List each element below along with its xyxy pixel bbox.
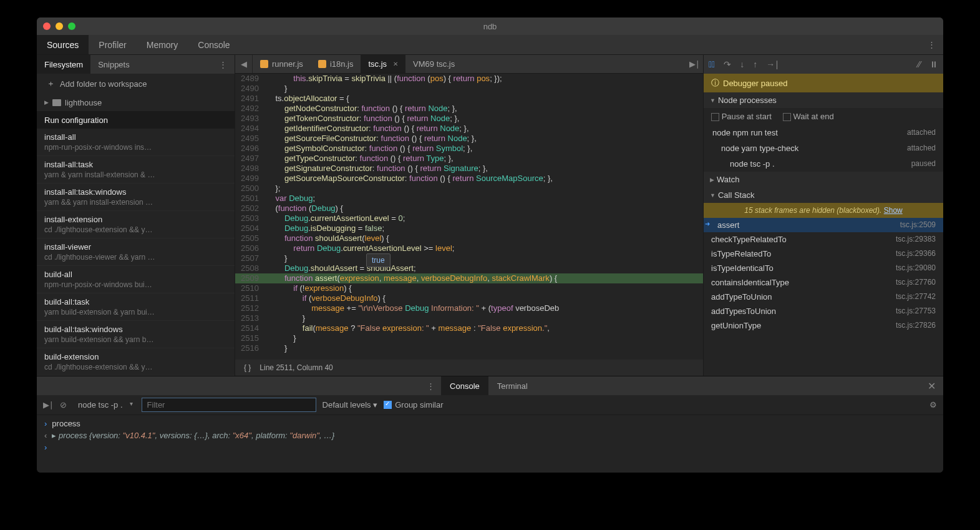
wait-at-end-checkbox[interactable]: Wait at end bbox=[783, 112, 834, 121]
log-levels-selector[interactable]: Default levels ▾ bbox=[323, 400, 378, 410]
tab-console[interactable]: Console bbox=[188, 35, 240, 54]
process-item[interactable]: node tsc -p .paused bbox=[704, 156, 943, 172]
step-into-button[interactable]: ↓ bbox=[740, 59, 744, 69]
tab-profiler[interactable]: Profiler bbox=[89, 35, 136, 54]
subtab-filesystem[interactable]: Filesystem bbox=[37, 55, 90, 74]
stack-frame[interactable]: addTypeToUniontsc.js:27742 bbox=[704, 290, 943, 304]
deactivate-breakpoints-button[interactable]: ⁄⁄ bbox=[918, 59, 921, 69]
stack-frame[interactable]: containsIdenticalTypetsc.js:27760 bbox=[704, 275, 943, 290]
show-sidebar-icon[interactable]: ▶∣ bbox=[43, 400, 54, 410]
file-tab-vm69[interactable]: VM69 tsc.js bbox=[405, 55, 462, 73]
code-line[interactable]: 2499 getSourceMapSourceConstructor: func… bbox=[235, 174, 703, 184]
run-item[interactable]: build-allnpm-run-posix-or-windows bui… bbox=[37, 266, 235, 293]
format-icon[interactable]: { } bbox=[244, 363, 251, 372]
drawer-tab-terminal[interactable]: Terminal bbox=[488, 376, 536, 395]
code-line[interactable]: 2504 Debug.isDebugging = false; bbox=[235, 223, 703, 233]
code-line[interactable]: 2508 Debug.shouldAssert = shouldAssert; bbox=[235, 263, 703, 273]
show-hidden-frames-link[interactable]: Show bbox=[884, 206, 903, 215]
close-tab-icon[interactable]: ✕ bbox=[393, 61, 398, 67]
drawer-tab-console[interactable]: Console bbox=[441, 376, 488, 395]
run-item[interactable]: install-extensioncd ./lighthouse-extensi… bbox=[37, 211, 235, 238]
code-line[interactable]: 2490 } bbox=[235, 84, 703, 94]
code-line[interactable]: 2514 fail(message ? "False expression: "… bbox=[235, 323, 703, 333]
step-button[interactable]: →∣ bbox=[766, 59, 779, 69]
code-line[interactable]: 2511 if (verboseDebugInfo) { bbox=[235, 293, 703, 303]
close-window-button[interactable] bbox=[43, 22, 51, 30]
nav-back-icon[interactable]: ◀ bbox=[235, 55, 253, 73]
pane-call-stack[interactable]: ▼Call Stack bbox=[704, 187, 943, 203]
code-line[interactable]: 2503 Debug.currentAssertionLevel = 0; bbox=[235, 213, 703, 223]
process-item[interactable]: node npm run testattached bbox=[704, 125, 943, 140]
code-line[interactable]: 2512 message += "\r\nVerbose Debug Infor… bbox=[235, 303, 703, 313]
left-more-icon[interactable]: ⋮ bbox=[211, 55, 235, 74]
code-line[interactable]: 2495 getSourceFileConstructor: function … bbox=[235, 134, 703, 144]
group-similar-checkbox[interactable]: Group similar bbox=[384, 400, 443, 410]
show-navigator-icon[interactable]: ▶∣ bbox=[686, 55, 703, 73]
code-line[interactable]: 2516 } bbox=[235, 343, 703, 353]
code-line[interactable]: 2500 }; bbox=[235, 184, 703, 194]
code-line[interactable]: 2498 getSignatureConstructor: function (… bbox=[235, 164, 703, 174]
code-line[interactable]: 2510 if (!expression) { bbox=[235, 283, 703, 293]
file-tab-tsc[interactable]: tsc.js✕ bbox=[361, 55, 405, 73]
run-item[interactable]: install-viewercd ./lighthouse-viewer && … bbox=[37, 238, 235, 266]
tab-memory[interactable]: Memory bbox=[137, 35, 188, 54]
close-drawer-icon[interactable]: ✕ bbox=[920, 376, 943, 395]
code-line[interactable]: 2505 function shouldAssert(level) { bbox=[235, 233, 703, 243]
tab-sources[interactable]: Sources bbox=[37, 35, 89, 54]
context-selector[interactable]: node tsc -p . bbox=[73, 399, 135, 411]
pane-watch[interactable]: ▶Watch bbox=[704, 172, 943, 187]
code-line[interactable]: 2506 return Debug.currentAssertionLevel … bbox=[235, 243, 703, 253]
code-editor[interactable]: 2489 this.skipTrivia = skipTrivia || (fu… bbox=[235, 74, 703, 360]
console-line: ›process bbox=[37, 418, 943, 429]
code-line[interactable]: 2496 getSymbolConstructor: function () {… bbox=[235, 144, 703, 154]
code-line[interactable]: 2497 getTypeConstructor: function () { r… bbox=[235, 154, 703, 164]
run-item[interactable]: build-all:taskyarn build-extension & yar… bbox=[37, 293, 235, 321]
code-line[interactable]: 2494 getIdentifierConstructor: function … bbox=[235, 124, 703, 134]
stack-frame[interactable]: isTypeRelatedTotsc.js:29366 bbox=[704, 247, 943, 261]
add-folder-button[interactable]: ＋ Add folder to workspace bbox=[37, 74, 235, 94]
maximize-window-button[interactable] bbox=[68, 22, 75, 30]
resume-button[interactable]: ▶⃓ bbox=[709, 59, 715, 69]
file-tab-i18n[interactable]: i18n.js bbox=[311, 55, 361, 73]
minimize-window-button[interactable] bbox=[56, 22, 63, 30]
process-item[interactable]: node yarn type-checkattached bbox=[704, 140, 943, 156]
plus-icon: ＋ bbox=[47, 78, 55, 89]
code-line[interactable]: 2501 var Debug; bbox=[235, 194, 703, 204]
code-line[interactable]: 2515 } bbox=[235, 333, 703, 343]
run-item[interactable]: build-extensioncd ./lighthouse-extension… bbox=[37, 348, 235, 376]
folder-lighthouse[interactable]: ▶ lighthouse bbox=[37, 94, 235, 111]
file-tab-runner[interactable]: runner.js bbox=[253, 55, 311, 73]
stack-frame[interactable]: addTypesToUniontsc.js:27753 bbox=[704, 304, 943, 318]
code-line[interactable]: 2493 getTokenConstructor: function () { … bbox=[235, 114, 703, 124]
code-line[interactable]: 2507 } bbox=[235, 253, 703, 263]
stack-frame[interactable]: checkTypeRelatedTotsc.js:29383 bbox=[704, 232, 943, 247]
run-item[interactable]: build-all:task:windowsyarn build-extensi… bbox=[37, 321, 235, 348]
pause-exceptions-button[interactable]: ⏸ bbox=[929, 59, 938, 69]
code-line[interactable]: 2492 getNodeConstructor: function () { r… bbox=[235, 104, 703, 114]
run-item[interactable]: install-all:taskyarn & yarn install-exte… bbox=[37, 156, 235, 184]
code-line[interactable]: 2509 function assert(expression, message… bbox=[235, 273, 703, 283]
run-item[interactable]: install-allnpm-run-posix-or-windows ins… bbox=[37, 129, 235, 156]
step-out-button[interactable]: ↑ bbox=[753, 59, 757, 69]
stack-frame[interactable]: asserttsc.js:2509 bbox=[704, 218, 943, 232]
subtab-snippets[interactable]: Snippets bbox=[90, 55, 137, 74]
editor-statusbar: { } Line 2511, Column 40 bbox=[235, 360, 703, 376]
console-prompt[interactable]: › bbox=[37, 441, 943, 453]
step-over-button[interactable]: ↷ bbox=[724, 59, 731, 69]
filter-input[interactable] bbox=[142, 398, 316, 412]
stack-frame[interactable]: isTypeIdenticalTotsc.js:29080 bbox=[704, 261, 943, 275]
console-output[interactable]: ›process‹▸ process {version: "v10.4.1", … bbox=[37, 415, 943, 473]
code-line[interactable]: 2513 } bbox=[235, 313, 703, 323]
pane-node-processes[interactable]: ▼Node processes bbox=[704, 92, 943, 108]
clear-console-icon[interactable]: ⊘ bbox=[60, 400, 67, 410]
stack-frame[interactable]: getUnionTypetsc.js:27826 bbox=[704, 318, 943, 333]
run-item[interactable]: install-all:task:windowsyarn && yarn ins… bbox=[37, 184, 235, 211]
console-settings-icon[interactable]: ⚙ bbox=[929, 400, 937, 410]
code-line[interactable]: 2491 ts.objectAllocator = { bbox=[235, 94, 703, 104]
pause-at-start-checkbox[interactable]: Pause at start bbox=[711, 112, 772, 121]
cursor-position: Line 2511, Column 40 bbox=[260, 363, 332, 372]
more-menu-icon[interactable]: ⋮ bbox=[920, 35, 943, 54]
drawer-more-icon[interactable]: ⋮ bbox=[420, 376, 441, 395]
code-line[interactable]: 2502 (function (Debug) { bbox=[235, 204, 703, 213]
code-line[interactable]: 2489 this.skipTrivia = skipTrivia || (fu… bbox=[235, 74, 703, 84]
